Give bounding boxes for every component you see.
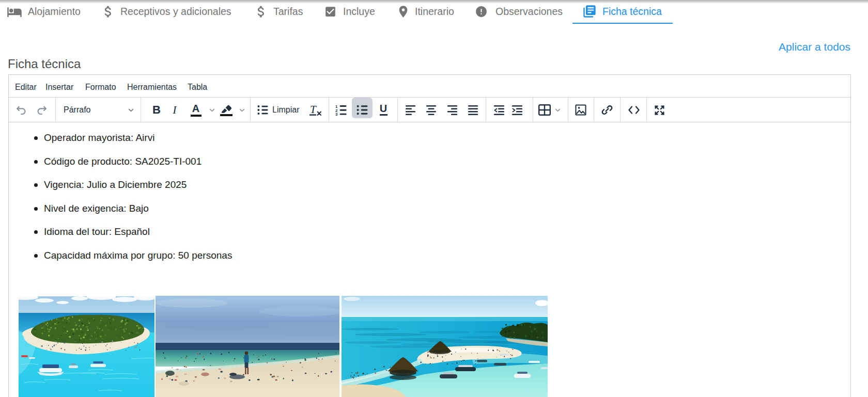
svg-text:T: T <box>310 104 317 116</box>
svg-text:3: 3 <box>335 112 338 116</box>
